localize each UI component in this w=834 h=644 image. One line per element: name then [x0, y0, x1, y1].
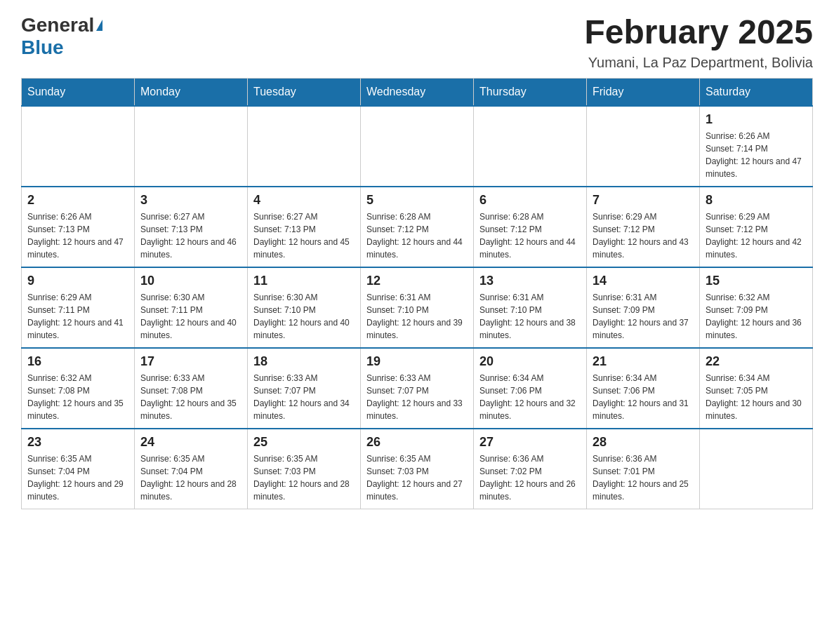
calendar-day-cell: 21Sunrise: 6:34 AM Sunset: 7:06 PM Dayli…: [587, 348, 700, 429]
day-number: 11: [253, 274, 355, 288]
calendar-day-cell: 3Sunrise: 6:27 AM Sunset: 7:13 PM Daylig…: [135, 187, 248, 267]
day-info: Sunrise: 6:30 AM Sunset: 7:11 PM Dayligh…: [140, 291, 241, 342]
day-info: Sunrise: 6:31 AM Sunset: 7:10 PM Dayligh…: [366, 291, 468, 342]
day-number: 12: [366, 274, 468, 288]
calendar-header-row: SundayMondayTuesdayWednesdayThursdayFrid…: [22, 78, 813, 106]
calendar-day-header: Tuesday: [248, 78, 361, 106]
day-info: Sunrise: 6:32 AM Sunset: 7:08 PM Dayligh…: [27, 372, 128, 422]
day-info: Sunrise: 6:28 AM Sunset: 7:12 PM Dayligh…: [366, 210, 468, 261]
day-info: Sunrise: 6:34 AM Sunset: 7:05 PM Dayligh…: [706, 372, 807, 422]
day-number: 20: [479, 354, 581, 369]
calendar-week-row: 2Sunrise: 6:26 AM Sunset: 7:13 PM Daylig…: [22, 187, 813, 267]
day-number: 22: [706, 354, 807, 369]
day-number: 18: [253, 354, 355, 369]
calendar-day-cell: [248, 106, 361, 187]
calendar-day-cell: 4Sunrise: 6:27 AM Sunset: 7:13 PM Daylig…: [248, 187, 361, 267]
calendar-day-cell: 28Sunrise: 6:36 AM Sunset: 7:01 PM Dayli…: [587, 429, 700, 509]
calendar-day-cell: 19Sunrise: 6:33 AM Sunset: 7:07 PM Dayli…: [361, 348, 474, 429]
calendar-day-cell: [22, 106, 135, 187]
calendar-day-header: Saturday: [700, 78, 813, 106]
day-number: 16: [27, 354, 128, 369]
day-number: 1: [706, 112, 807, 127]
calendar-day-cell: 14Sunrise: 6:31 AM Sunset: 7:09 PM Dayli…: [587, 267, 700, 348]
calendar-day-cell: 26Sunrise: 6:35 AM Sunset: 7:03 PM Dayli…: [361, 429, 474, 509]
day-info: Sunrise: 6:35 AM Sunset: 7:03 PM Dayligh…: [253, 452, 355, 503]
calendar-table: SundayMondayTuesdayWednesdayThursdayFrid…: [21, 78, 813, 509]
day-number: 26: [366, 435, 468, 450]
day-number: 21: [593, 354, 694, 369]
calendar-week-row: 23Sunrise: 6:35 AM Sunset: 7:04 PM Dayli…: [22, 429, 813, 509]
day-info: Sunrise: 6:35 AM Sunset: 7:04 PM Dayligh…: [27, 452, 128, 503]
calendar-day-header: Friday: [587, 78, 700, 106]
calendar-day-cell: 27Sunrise: 6:36 AM Sunset: 7:02 PM Dayli…: [474, 429, 587, 509]
calendar-day-cell: 15Sunrise: 6:32 AM Sunset: 7:09 PM Dayli…: [700, 267, 813, 348]
day-number: 3: [140, 193, 241, 208]
day-info: Sunrise: 6:32 AM Sunset: 7:09 PM Dayligh…: [706, 291, 807, 342]
calendar-day-cell: 5Sunrise: 6:28 AM Sunset: 7:12 PM Daylig…: [361, 187, 474, 267]
day-number: 9: [27, 274, 128, 288]
calendar-day-cell: 24Sunrise: 6:35 AM Sunset: 7:04 PM Dayli…: [135, 429, 248, 509]
day-number: 19: [366, 354, 468, 369]
calendar-day-cell: [361, 106, 474, 187]
calendar-week-row: 9Sunrise: 6:29 AM Sunset: 7:11 PM Daylig…: [22, 267, 813, 348]
day-number: 2: [27, 193, 128, 208]
calendar-day-cell: 16Sunrise: 6:32 AM Sunset: 7:08 PM Dayli…: [22, 348, 135, 429]
title-section: February 2025 Yumani, La Paz Department,…: [584, 14, 813, 71]
day-info: Sunrise: 6:34 AM Sunset: 7:06 PM Dayligh…: [593, 372, 694, 422]
calendar-day-cell: 22Sunrise: 6:34 AM Sunset: 7:05 PM Dayli…: [700, 348, 813, 429]
day-info: Sunrise: 6:31 AM Sunset: 7:09 PM Dayligh…: [593, 291, 694, 342]
day-number: 14: [593, 274, 694, 288]
logo-triangle-icon: [96, 20, 102, 31]
day-number: 27: [479, 435, 581, 450]
calendar-day-cell: 17Sunrise: 6:33 AM Sunset: 7:08 PM Dayli…: [135, 348, 248, 429]
page-header: General Blue February 2025 Yumani, La Pa…: [21, 14, 813, 71]
day-number: 7: [593, 193, 694, 208]
day-number: 23: [27, 435, 128, 450]
day-number: 17: [140, 354, 241, 369]
calendar-day-cell: 10Sunrise: 6:30 AM Sunset: 7:11 PM Dayli…: [135, 267, 248, 348]
day-number: 24: [140, 435, 241, 450]
calendar-day-cell: 11Sunrise: 6:30 AM Sunset: 7:10 PM Dayli…: [248, 267, 361, 348]
day-number: 6: [479, 193, 581, 208]
calendar-day-cell: 12Sunrise: 6:31 AM Sunset: 7:10 PM Dayli…: [361, 267, 474, 348]
logo-blue-text: Blue: [21, 36, 64, 58]
calendar-day-cell: [587, 106, 700, 187]
day-info: Sunrise: 6:29 AM Sunset: 7:11 PM Dayligh…: [27, 291, 128, 342]
day-number: 4: [253, 193, 355, 208]
day-info: Sunrise: 6:35 AM Sunset: 7:04 PM Dayligh…: [140, 452, 241, 503]
calendar-week-row: 1Sunrise: 6:26 AM Sunset: 7:14 PM Daylig…: [22, 106, 813, 187]
calendar-day-cell: 8Sunrise: 6:29 AM Sunset: 7:12 PM Daylig…: [700, 187, 813, 267]
calendar-day-cell: 1Sunrise: 6:26 AM Sunset: 7:14 PM Daylig…: [700, 106, 813, 187]
calendar-day-cell: 18Sunrise: 6:33 AM Sunset: 7:07 PM Dayli…: [248, 348, 361, 429]
day-info: Sunrise: 6:29 AM Sunset: 7:12 PM Dayligh…: [706, 210, 807, 261]
day-info: Sunrise: 6:30 AM Sunset: 7:10 PM Dayligh…: [253, 291, 355, 342]
calendar-day-header: Monday: [135, 78, 248, 106]
day-info: Sunrise: 6:33 AM Sunset: 7:07 PM Dayligh…: [366, 372, 468, 422]
calendar-day-cell: 13Sunrise: 6:31 AM Sunset: 7:10 PM Dayli…: [474, 267, 587, 348]
day-info: Sunrise: 6:27 AM Sunset: 7:13 PM Dayligh…: [140, 210, 241, 261]
day-info: Sunrise: 6:27 AM Sunset: 7:13 PM Dayligh…: [253, 210, 355, 261]
calendar-week-row: 16Sunrise: 6:32 AM Sunset: 7:08 PM Dayli…: [22, 348, 813, 429]
calendar-day-cell: 23Sunrise: 6:35 AM Sunset: 7:04 PM Dayli…: [22, 429, 135, 509]
day-info: Sunrise: 6:26 AM Sunset: 7:14 PM Dayligh…: [706, 130, 807, 180]
day-number: 13: [479, 274, 581, 288]
day-info: Sunrise: 6:26 AM Sunset: 7:13 PM Dayligh…: [27, 210, 128, 261]
calendar-day-cell: 9Sunrise: 6:29 AM Sunset: 7:11 PM Daylig…: [22, 267, 135, 348]
day-info: Sunrise: 6:29 AM Sunset: 7:12 PM Dayligh…: [593, 210, 694, 261]
day-info: Sunrise: 6:33 AM Sunset: 7:07 PM Dayligh…: [253, 372, 355, 422]
calendar-day-cell: 6Sunrise: 6:28 AM Sunset: 7:12 PM Daylig…: [474, 187, 587, 267]
day-number: 8: [706, 193, 807, 208]
calendar-day-header: Thursday: [474, 78, 587, 106]
calendar-day-cell: 7Sunrise: 6:29 AM Sunset: 7:12 PM Daylig…: [587, 187, 700, 267]
day-info: Sunrise: 6:36 AM Sunset: 7:02 PM Dayligh…: [479, 452, 581, 503]
day-number: 15: [706, 274, 807, 288]
calendar-day-cell: 25Sunrise: 6:35 AM Sunset: 7:03 PM Dayli…: [248, 429, 361, 509]
calendar-day-header: Sunday: [22, 78, 135, 106]
day-info: Sunrise: 6:31 AM Sunset: 7:10 PM Dayligh…: [479, 291, 581, 342]
logo: General Blue: [21, 14, 102, 59]
day-info: Sunrise: 6:34 AM Sunset: 7:06 PM Dayligh…: [479, 372, 581, 422]
calendar-day-cell: [474, 106, 587, 187]
logo-general-text: General: [21, 14, 94, 36]
day-number: 28: [593, 435, 694, 450]
day-info: Sunrise: 6:35 AM Sunset: 7:03 PM Dayligh…: [366, 452, 468, 503]
